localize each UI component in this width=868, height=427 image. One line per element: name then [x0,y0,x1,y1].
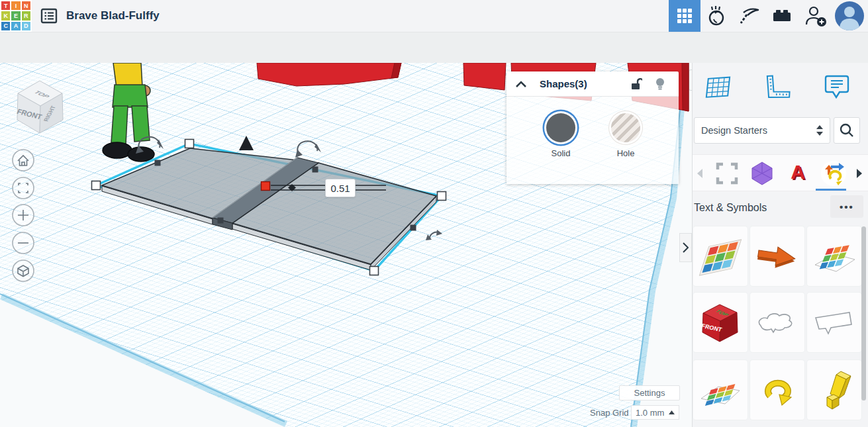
brick-icon [771,5,793,27]
apps-grid-icon [677,9,692,23]
person-add-icon [803,5,828,27]
category-letters[interactable]: A A [783,159,812,188]
hole-material-option[interactable] [611,113,640,142]
apps-grid-button[interactable] [669,0,700,32]
home-view-button[interactable] [13,150,34,171]
ruler-tool[interactable] [763,72,792,103]
shape-item-rotate-arrow[interactable] [750,360,804,420]
corner-handle[interactable] [92,181,101,190]
minecraft-export-button[interactable] [734,0,765,32]
chevron-right-icon [683,242,689,253]
edge-handle[interactable] [218,218,224,224]
red-view-cube-thumb: TOP FRONT [693,293,747,352]
corner-handle[interactable] [185,140,194,148]
sidebar-collapse-handle[interactable] [679,233,692,262]
logo-letter: C [1,22,10,30]
zoom-in-button[interactable] [13,205,34,226]
edit-toolbar: Import Export Send To [0,32,868,63]
design-title[interactable]: Brave Blad-Fulffy [66,0,160,32]
brick-export-button[interactable] [766,0,798,32]
fit-view-button[interactable] [13,177,34,199]
orange-arrow-thumb [750,226,804,286]
perspective-button[interactable] [13,260,34,281]
ruler-icon [763,73,792,101]
snap-grid-value: 1.0 mm [636,408,664,418]
letter-a-icon: A A [786,162,810,185]
shapes-sidebar: Design Starters [692,63,868,427]
solid-label: Solid [546,148,575,158]
section-menu-button[interactable]: ••• [830,195,863,218]
carousel-next-button[interactable] [853,164,865,183]
unlock-icon [630,77,642,91]
sim-lab-button[interactable] [701,0,733,32]
lock-toggle-button[interactable] [627,75,646,93]
shapes-panel-header: Shapes(3) [506,71,679,97]
dimension-input[interactable]: 0.51 [325,179,356,197]
chevron-left-icon [697,169,702,178]
notes-icon [822,73,851,101]
shape-item-logo-tile[interactable] [693,226,747,286]
list-icon [40,7,58,24]
grid-settings-button[interactable]: Settings [619,385,680,401]
dropdown-up-icon [669,410,675,414]
active-scale-handle[interactable] [262,182,270,191]
tinkercad-logo-tile-thumb [693,226,747,286]
design-properties-button[interactable] [37,4,61,28]
shape-item-view-cube[interactable]: TOP FRONT [693,293,747,352]
logo-card-thumb [693,360,747,420]
speech-bubble-thumb [807,293,861,352]
active-category-underline [816,189,846,191]
shape-library-select[interactable]: Design Starters [694,117,830,144]
yellow-exclamation-thumb [807,360,861,420]
edge-handle[interactable] [155,160,161,166]
category-text-symbols[interactable] [819,159,848,188]
account-avatar[interactable] [834,1,865,31]
avatar [834,1,865,31]
sim-lab-icon [706,5,728,27]
visibility-bulb-button[interactable] [651,75,669,93]
corner-handle[interactable] [370,267,379,275]
corner-handle[interactable] [438,192,446,201]
snap-grid-label: Snap Grid [590,408,629,418]
shape-item-cloud[interactable] [750,293,804,352]
logo-letter: D [22,22,30,30]
yellow-rotate-arrow-thumb [750,360,804,420]
shapes-panel-title: Shapes(3) [540,71,587,97]
logo-letter: K [1,11,10,20]
category-carousel: A A [693,154,868,191]
carousel-prev-button[interactable] [694,164,706,183]
workplane-tool[interactable] [704,72,734,103]
tinkercad-logo[interactable]: T I N K E R C A D [0,0,32,32]
shape-item-speech-bubble[interactable] [807,293,861,352]
zoom-out-button[interactable] [13,232,34,254]
snap-grid-select[interactable]: 1.0 mm [631,405,679,420]
invite-button[interactable] [798,0,833,32]
sidebar-scrollbar[interactable] [861,226,866,401]
collapse-chevron-icon [515,80,527,88]
top-app-bar: T I N K E R C A D Brave Blad-Fulffy [0,0,868,32]
edge-handle[interactable] [313,167,318,173]
shapes-inspector-panel: Shapes(3) Solid Hole [506,71,679,184]
svg-text:A: A [791,162,805,183]
section-title: Text & Symbols [694,202,767,214]
collapse-panel-button[interactable] [512,75,530,93]
shape-item-logo-card[interactable] [693,360,747,420]
category-basic-shapes[interactable] [712,159,742,188]
shape-item-exclamation[interactable] [807,360,861,420]
shapes-panel-body: Solid Hole [506,97,679,184]
logo-letter: I [11,1,20,10]
edge-handle[interactable] [410,225,416,231]
search-button[interactable] [834,117,860,144]
bulb-icon [655,77,665,91]
hole-label: Hole [611,148,640,158]
cloud-thumb [750,293,804,352]
text-symbols-icon [820,160,847,187]
logo-letter: A [11,22,20,30]
workplane-icon [704,73,734,101]
solid-material-option[interactable] [546,113,575,142]
notes-tool[interactable] [822,72,851,103]
shape-item-arrow[interactable] [750,226,804,286]
category-shape-generators[interactable] [747,159,777,188]
polyhedron-icon [750,162,774,185]
shape-item-logo-blocks[interactable] [807,226,861,286]
